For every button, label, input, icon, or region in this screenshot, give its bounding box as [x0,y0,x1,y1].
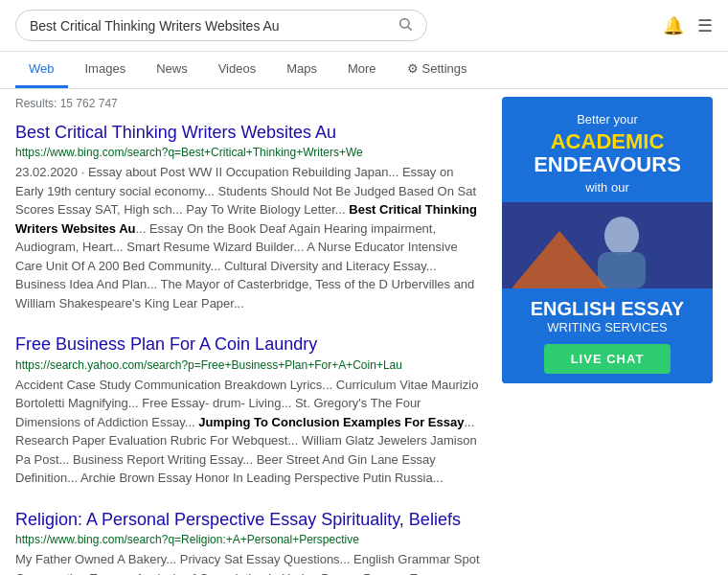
ad-bottom: ENGLISH ESSAY WRITING SERVICES LIVE CHAT [502,288,713,383]
tab-news[interactable]: News [143,52,201,88]
ad-line3: with our [515,180,699,195]
sidebar-column: Better your ACADEMIC ENDEAVOURS with our… [502,97,713,575]
search-result-3: Religion: A Personal Perspective Essay S… [15,509,483,575]
ad-orange-shape [512,231,607,288]
main-layout: Results: 15 762 747 Best Critical Thinki… [0,89,728,575]
result-snippet-1: 23.02.2020 · Essay about Post WW II Occu… [15,163,483,312]
ad-line2b: ENDEAVOURS [515,153,699,176]
tab-web[interactable]: Web [15,52,68,88]
bell-icon[interactable]: 🔔 [663,15,684,36]
svg-point-0 [400,19,409,28]
search-result-1: Best Critical Thinking Writers Websites … [15,122,483,312]
ad-line2a: ACADEMIC [515,130,699,153]
nav-tabs: Web Images News Videos Maps More ⚙ Setti… [0,52,728,89]
menu-icon[interactable]: ☰ [697,15,713,36]
result-url-2: https://search.yahoo.com/search?p=Free+B… [15,358,483,372]
search-input[interactable] [30,18,398,34]
result-snippet-3: My Father Owned A Bakery... Privacy Sat … [15,550,483,575]
result-title-3[interactable]: Religion: A Personal Perspective Essay S… [15,509,483,531]
ad-top: Better your ACADEMIC ENDEAVOURS with our [502,97,713,202]
result-title-2[interactable]: Free Business Plan For A Coin Laundry [15,334,483,356]
ad-bottom-line1: ENGLISH ESSAY [515,298,699,320]
results-count: Results: 15 762 747 [15,97,483,110]
ad-bottom-line2: WRITING SERVICES [515,320,699,334]
result-snippet-2: Accident Case Study Communication Breakd… [15,376,483,488]
top-bar: 🔔 ☰ [0,0,728,52]
ad-line2: ACADEMIC ENDEAVOURS [515,130,699,176]
ad-line1: Better your [515,112,699,126]
results-column: Results: 15 762 747 Best Critical Thinki… [15,97,483,575]
result-title-1[interactable]: Best Critical Thinking Writers Websites … [15,122,483,144]
tab-images[interactable]: Images [72,52,140,88]
top-right-icons: 🔔 ☰ [663,15,713,36]
search-result-2: Free Business Plan For A Coin Laundry ht… [15,334,483,487]
tab-settings[interactable]: ⚙ Settings [394,52,481,88]
ad-image-area [502,202,713,288]
sidebar-ad: Better your ACADEMIC ENDEAVOURS with our… [502,97,713,383]
tab-maps[interactable]: Maps [273,52,330,88]
svg-point-2 [604,217,639,255]
live-chat-button[interactable]: LIVE CHAT [544,344,671,374]
search-button[interactable] [398,16,413,34]
search-box [15,10,427,41]
result-url-3: https://www.bing.com/search?q=Religion:+… [15,533,483,546]
svg-line-1 [408,27,412,31]
tab-videos[interactable]: Videos [205,52,270,88]
gear-icon: ⚙ [407,61,419,76]
settings-label: Settings [422,61,467,76]
result-url-1: https://www.bing.com/search?q=Best+Criti… [15,146,483,159]
tab-more[interactable]: More [334,52,390,88]
